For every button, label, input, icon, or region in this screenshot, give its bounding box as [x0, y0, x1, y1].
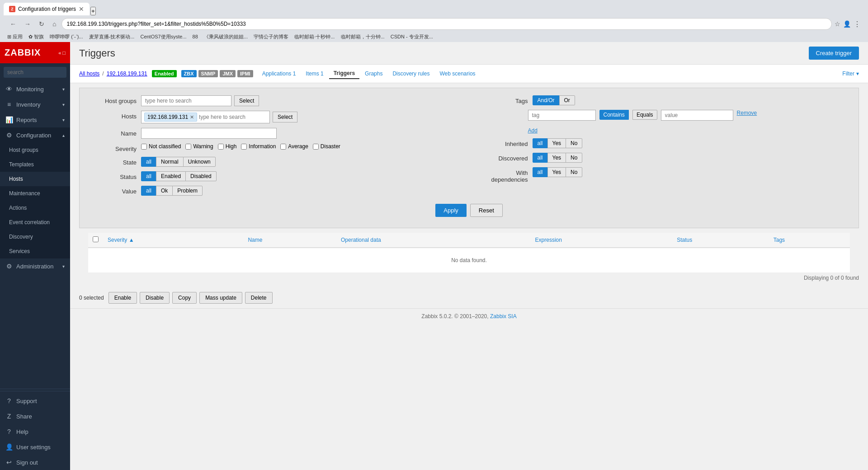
severity-disaster[interactable]: Disaster [313, 143, 340, 150]
tag-value-input[interactable] [661, 110, 733, 121]
page-title: Triggers [79, 47, 115, 59]
with-dependencies-no-button[interactable]: No [566, 167, 582, 177]
name-input[interactable] [141, 128, 277, 139]
apply-button[interactable]: Apply [435, 204, 467, 217]
state-all-button[interactable]: all [141, 157, 156, 167]
severity-average[interactable]: Average [280, 143, 308, 150]
with-dependencies-yes-button[interactable]: Yes [547, 167, 566, 177]
sidebar-item-sign-out[interactable]: ↩ Sign out [0, 455, 70, 470]
disable-button[interactable]: Disable [140, 292, 170, 304]
sidebar-item-discovery[interactable]: Discovery [0, 230, 70, 244]
hosts-select-button[interactable]: Select [273, 112, 297, 122]
tags-or-button[interactable]: Or [559, 95, 575, 105]
tab-triggers[interactable]: Triggers [329, 68, 359, 79]
discovered-no-button[interactable]: No [566, 153, 582, 163]
host-tag-remove-icon[interactable]: ✕ [190, 114, 194, 120]
value-problem-button[interactable]: Problem [172, 186, 203, 196]
state-normal-button[interactable]: Normal [156, 157, 184, 167]
inherited-no-button[interactable]: No [566, 138, 582, 148]
home-button[interactable]: ⌂ [50, 19, 59, 29]
tab-graphs[interactable]: Graphs [360, 69, 387, 79]
tab-close-button[interactable]: ✕ [79, 5, 84, 13]
reset-button[interactable]: Reset [470, 204, 503, 217]
filter-row-value: Value all Ok Problem [87, 186, 460, 196]
sidebar-item-configuration[interactable]: ⚙ Configuration ▴ [0, 127, 70, 143]
hosts-input[interactable] [199, 114, 267, 120]
tag-remove-link[interactable]: Remove [737, 110, 757, 116]
host-tag-value: 192.168.199.131 [147, 114, 188, 120]
logo-collapse-icon[interactable]: « □ [58, 50, 66, 56]
col-severity[interactable]: Severity ▲ [103, 233, 243, 248]
value-all-button[interactable]: all [141, 186, 156, 196]
state-unknown-button[interactable]: Unknown [183, 157, 216, 167]
host-groups-label: Host groups [87, 95, 137, 104]
footer-link[interactable]: Zabbix SIA [490, 313, 517, 320]
tab-web-scenarios[interactable]: Web scenarios [435, 69, 480, 79]
forward-button[interactable]: → [22, 19, 33, 29]
tab-discovery-rules[interactable]: Discovery rules [388, 69, 434, 79]
severity-not-classified[interactable]: Not classified [141, 143, 181, 150]
inherited-yes-button[interactable]: Yes [547, 138, 566, 148]
sidebar-item-actions[interactable]: Actions [0, 201, 70, 215]
browser-tab[interactable]: Z Configuration of triggers ✕ [4, 3, 90, 15]
severity-information[interactable]: Information [241, 143, 276, 150]
status-disabled-button[interactable]: Disabled [185, 171, 217, 181]
mass-update-button[interactable]: Mass update [199, 292, 242, 304]
tab-applications[interactable]: Applications 1 [258, 69, 301, 79]
tag-add-link[interactable]: Add [528, 127, 538, 134]
sidebar-item-label: Help [16, 428, 28, 435]
sidebar-item-administration[interactable]: ⚙ Administration ▾ [0, 258, 70, 274]
breadcrumb-host[interactable]: 192.168.199.131 [107, 70, 147, 77]
triggers-table: Severity ▲ Name Operational data Express… [88, 233, 850, 273]
sidebar-item-event-correlation[interactable]: Event correlation [0, 215, 70, 230]
status-enabled-button[interactable]: Enabled [156, 171, 186, 181]
delete-button[interactable]: Delete [245, 292, 273, 304]
severity-high-checkbox[interactable] [218, 144, 224, 150]
sidebar-item-monitoring[interactable]: 👁 Monitoring ▾ [0, 81, 70, 97]
tags-and-or-button[interactable]: And/Or [533, 95, 560, 105]
discovered-all-button[interactable]: all [533, 153, 548, 163]
create-trigger-button[interactable]: Create trigger [809, 47, 859, 60]
sidebar-item-services[interactable]: Services [0, 244, 70, 258]
tab-items[interactable]: Items 1 [301, 69, 328, 79]
breadcrumb-all-hosts[interactable]: All hosts [79, 70, 99, 77]
copy-button[interactable]: Copy [172, 292, 197, 304]
sidebar-item-maintenance[interactable]: Maintenance [0, 186, 70, 201]
inherited-all-button[interactable]: all [533, 138, 548, 148]
severity-warning-checkbox[interactable] [185, 144, 191, 150]
sidebar-item-reports[interactable]: 📊 Reports ▾ [0, 112, 70, 127]
select-all-checkbox[interactable] [93, 236, 99, 242]
new-tab-button[interactable]: + [90, 7, 96, 15]
severity-high[interactable]: High [218, 143, 237, 150]
sidebar-search-input[interactable] [4, 67, 66, 78]
sidebar-item-host-groups[interactable]: Host groups [0, 143, 70, 157]
discovered-yes-button[interactable]: Yes [547, 153, 566, 163]
host-groups-select-button[interactable]: Select [234, 95, 259, 106]
value-ok-button[interactable]: Ok [156, 186, 173, 196]
url-input[interactable] [61, 18, 832, 30]
sidebar-item-templates[interactable]: Templates [0, 157, 70, 172]
sidebar-item-hosts[interactable]: Hosts [0, 172, 70, 186]
contains-button[interactable]: Contains [599, 110, 629, 120]
sidebar-item-share[interactable]: Z Share [0, 409, 70, 424]
filter-toggle-button[interactable]: Filter ▾ [842, 70, 859, 77]
back-button[interactable]: ← [7, 19, 19, 29]
sidebar-item-support[interactable]: ? Support [0, 393, 70, 409]
severity-average-checkbox[interactable] [280, 144, 286, 150]
reload-button[interactable]: ↻ [36, 19, 47, 29]
sidebar-item-inventory[interactable]: ≡ Inventory ▾ [0, 97, 70, 112]
severity-disaster-checkbox[interactable] [313, 144, 319, 150]
equals-button[interactable]: Equals [632, 110, 657, 120]
with-dependencies-all-button[interactable]: all [533, 167, 548, 177]
sidebar-item-help[interactable]: ? Help [0, 424, 70, 439]
host-groups-input[interactable] [141, 95, 231, 106]
severity-not-classified-checkbox[interactable] [141, 144, 147, 150]
enable-button[interactable]: Enable [108, 292, 137, 304]
status-all-button[interactable]: all [141, 171, 156, 181]
menu-icon[interactable]: ⋮ [854, 20, 861, 28]
sidebar-item-user-settings[interactable]: 👤 User settings [0, 439, 70, 455]
tag-input[interactable] [528, 110, 596, 121]
severity-warning[interactable]: Warning [185, 143, 213, 150]
breadcrumb-separator: / [102, 70, 104, 77]
severity-information-checkbox[interactable] [241, 144, 247, 150]
